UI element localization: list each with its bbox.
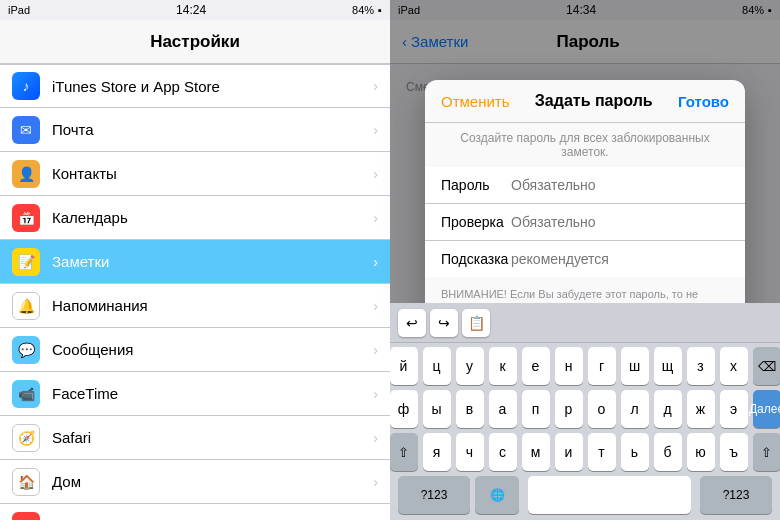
key-numbers-left[interactable]: ?123 xyxy=(398,476,470,514)
key-е[interactable]: е xyxy=(522,347,550,385)
key-т[interactable]: т xyxy=(588,433,616,471)
sidebar-item-notes[interactable]: 📝 Заметки › xyxy=(0,240,390,284)
key-щ[interactable]: щ xyxy=(654,347,682,385)
key-б[interactable]: б xyxy=(654,433,682,471)
sidebar-label-contacts: Контакты xyxy=(52,165,373,182)
sidebar-item-appstore[interactable]: ♪ iTunes Store и App Store › xyxy=(0,64,390,108)
key-shift[interactable]: ⇧ xyxy=(390,433,418,471)
sidebar-icon-home: 🏠 xyxy=(12,468,40,496)
key-й[interactable]: й xyxy=(390,347,418,385)
sidebar-item-home[interactable]: 🏠 Дом › xyxy=(0,460,390,504)
modal-password-label: Пароль xyxy=(441,177,511,193)
key-н[interactable]: н xyxy=(555,347,583,385)
key-д[interactable]: д xyxy=(654,390,682,428)
key-и[interactable]: и xyxy=(555,433,583,471)
modal-done-button[interactable]: Готово xyxy=(678,93,729,110)
sidebar-icon-reminders: 🔔 xyxy=(12,292,40,320)
keyboard-toolbar: ↩ ↪ 📋 xyxy=(390,303,780,343)
key-х[interactable]: х xyxy=(720,347,748,385)
chevron-icon-contacts: › xyxy=(373,166,378,182)
sidebar-label-messages: Сообщения xyxy=(52,341,373,358)
sidebar-icon-notes: 📝 xyxy=(12,248,40,276)
sidebar-item-reminders[interactable]: 🔔 Напоминания › xyxy=(0,284,390,328)
left-status-time: 14:24 xyxy=(176,3,206,17)
sidebar-item-messages[interactable]: 💬 Сообщения › xyxy=(0,328,390,372)
sidebar-label-safari: Safari xyxy=(52,429,373,446)
modal-verify-input[interactable] xyxy=(511,214,729,230)
key-у[interactable]: у xyxy=(456,347,484,385)
sidebar-label-home: Дом xyxy=(52,473,373,490)
key-space[interactable] xyxy=(528,476,691,514)
left-status-bar: iPad 14:24 84% ▪ xyxy=(0,0,390,20)
key-ч[interactable]: ч xyxy=(456,433,484,471)
key-о[interactable]: о xyxy=(588,390,616,428)
sidebar-icon-messages: 💬 xyxy=(12,336,40,364)
sidebar-item-safari[interactable]: 🧭 Safari › xyxy=(0,416,390,460)
key-delete[interactable]: ⌫ xyxy=(753,347,781,385)
key-numbers-right[interactable]: ?123 xyxy=(700,476,772,514)
key-ж[interactable]: ж xyxy=(687,390,715,428)
sidebar-icon-mail: ✉ xyxy=(12,116,40,144)
left-status-left: iPad xyxy=(8,4,30,16)
sidebar: ♪ iTunes Store и App Store › ✉ Почта › 👤… xyxy=(0,64,390,520)
paste-button[interactable]: 📋 xyxy=(462,309,490,337)
sidebar-icon-facetime: 📹 xyxy=(12,380,40,408)
sidebar-item-contacts[interactable]: 👤 Контакты › xyxy=(0,152,390,196)
keyboard: ↩ ↪ 📋 й ц у к е н г ш щ з х ⌫ ф xyxy=(390,303,780,520)
sidebar-item-calendar[interactable]: 📅 Календарь › xyxy=(0,196,390,240)
key-с[interactable]: с xyxy=(489,433,517,471)
key-ю[interactable]: ю xyxy=(687,433,715,471)
left-panel: iPad 14:24 84% ▪ Настройки ♪ iTunes Stor… xyxy=(0,0,390,520)
chevron-icon-calendar: › xyxy=(373,210,378,226)
key-п[interactable]: п xyxy=(522,390,550,428)
undo-button[interactable]: ↩ xyxy=(398,309,426,337)
left-nav-title: Настройки xyxy=(150,32,240,52)
key-ц[interactable]: ц xyxy=(423,347,451,385)
sidebar-item-music[interactable]: ♪ Музыка › xyxy=(0,504,390,520)
sidebar-icon-appstore: ♪ xyxy=(12,72,40,100)
modal-verify-field[interactable]: Проверка xyxy=(425,204,745,241)
sidebar-label-appstore: iTunes Store и App Store xyxy=(52,78,373,95)
modal-hint-label: Подсказка xyxy=(441,251,511,267)
chevron-icon-mail: › xyxy=(373,122,378,138)
left-battery: 84% xyxy=(352,4,374,16)
key-ф[interactable]: ф xyxy=(390,390,418,428)
sidebar-icon-calendar: 📅 xyxy=(12,204,40,232)
key-з[interactable]: з xyxy=(687,347,715,385)
key-в[interactable]: в xyxy=(456,390,484,428)
key-globe[interactable]: 🌐 xyxy=(475,476,519,514)
sidebar-icon-music: ♪ xyxy=(12,512,40,521)
modal-hint-input[interactable] xyxy=(511,251,729,267)
chevron-icon-messages: › xyxy=(373,342,378,358)
modal-cancel-button[interactable]: Отменить xyxy=(441,93,510,110)
redo-button[interactable]: ↪ xyxy=(430,309,458,337)
key-к[interactable]: к xyxy=(489,347,517,385)
sidebar-item-facetime[interactable]: 📹 FaceTime › xyxy=(0,372,390,416)
modal-password-field[interactable]: Пароль xyxy=(425,167,745,204)
key-г[interactable]: г xyxy=(588,347,616,385)
key-done[interactable]: Далее xyxy=(753,390,781,428)
modal-hint-field[interactable]: Подсказка xyxy=(425,241,745,277)
kb-row-3: ⇧ я ч с м и т ь б ю ъ ⇧ xyxy=(394,433,776,471)
key-ш[interactable]: ш xyxy=(621,347,649,385)
key-э[interactable]: э xyxy=(720,390,748,428)
key-ъ[interactable]: ъ xyxy=(720,433,748,471)
chevron-icon-appstore: › xyxy=(373,78,378,94)
sidebar-label-facetime: FaceTime xyxy=(52,385,373,402)
modal-password-input[interactable] xyxy=(511,177,729,193)
chevron-icon-reminders: › xyxy=(373,298,378,314)
key-я[interactable]: я xyxy=(423,433,451,471)
key-shift-right[interactable]: ⇧ xyxy=(753,433,781,471)
key-а[interactable]: а xyxy=(489,390,517,428)
sidebar-item-mail[interactable]: ✉ Почта › xyxy=(0,108,390,152)
key-ь[interactable]: ь xyxy=(621,433,649,471)
chevron-icon-notes: › xyxy=(373,254,378,270)
kb-row-1: й ц у к е н г ш щ з х ⌫ xyxy=(394,347,776,385)
chevron-icon-home: › xyxy=(373,474,378,490)
key-м[interactable]: м xyxy=(522,433,550,471)
modal-header: Отменить Задать пароль Готово xyxy=(425,80,745,123)
key-ы[interactable]: ы xyxy=(423,390,451,428)
key-л[interactable]: л xyxy=(621,390,649,428)
key-р[interactable]: р xyxy=(555,390,583,428)
sidebar-icon-safari: 🧭 xyxy=(12,424,40,452)
